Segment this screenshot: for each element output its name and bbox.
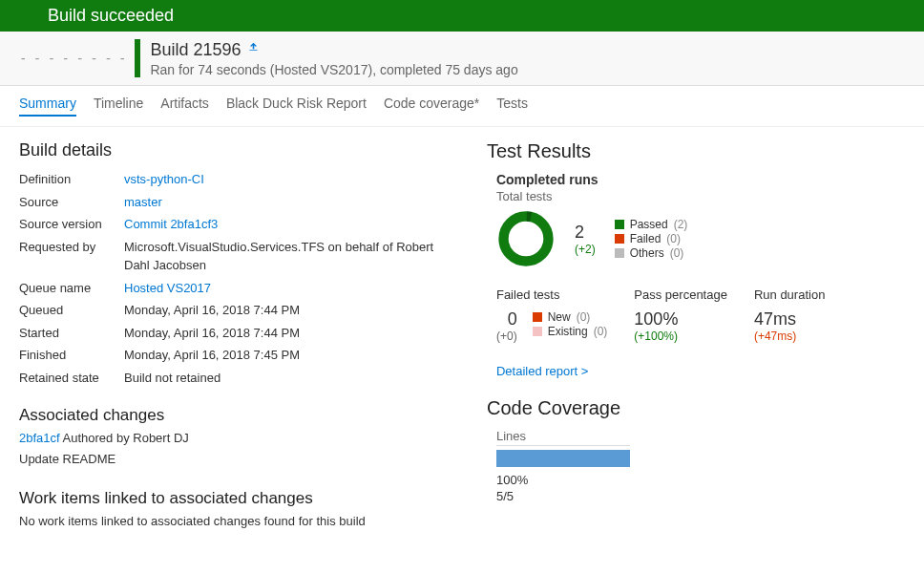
failed-tests-block: Failed tests 0 (+0) New (0) Existing (0) <box>496 287 607 343</box>
commit-link[interactable]: Commit 2bfa1cf3 <box>124 215 458 234</box>
coverage-bar <box>496 450 630 467</box>
total-tests-label: Total tests <box>496 189 905 203</box>
coverage-lines-label: Lines <box>496 429 630 446</box>
status-banner: Build succeeded <box>0 0 924 32</box>
square-icon <box>615 248 624 258</box>
build-title-row: Build 21596 <box>150 40 517 60</box>
failed-tests-value: 0 <box>496 309 517 330</box>
duration-delta: (+47ms) <box>754 330 825 343</box>
coverage-ratio: 5/5 <box>496 489 905 503</box>
legend-others: Others (0) <box>615 246 688 260</box>
metrics-row: Failed tests 0 (+0) New (0) Existing (0)… <box>496 287 905 343</box>
progress-marker <box>135 39 140 77</box>
content: Build details Definitionvsts-python-CI S… <box>0 127 924 544</box>
right-column: Test Results Completed runs Total tests … <box>487 140 905 531</box>
legend-passed: Passed (2) <box>615 218 688 231</box>
detailed-report-link[interactable]: Detailed report > <box>496 364 905 378</box>
legend-new: New (0) <box>533 310 608 324</box>
definition-link[interactable]: vsts-python-CI <box>124 170 458 189</box>
row-definition: Definitionvsts-python-CI <box>19 168 458 191</box>
code-coverage-heading: Code Coverage <box>487 397 905 419</box>
workitems-heading: Work items linked to associated changes <box>19 489 458 508</box>
legend-failed: Failed (0) <box>615 232 688 245</box>
progress-track: - - - - - - - - <box>19 51 125 66</box>
total-tests-value: 2 <box>575 223 596 243</box>
tests-summary: 2 (+2) Passed (2) Failed (0) Others (0) <box>496 209 905 268</box>
pass-pct-delta: (+100%) <box>634 330 727 343</box>
left-column: Build details Definitionvsts-python-CI S… <box>19 140 458 531</box>
legend-existing: Existing (0) <box>533 325 608 338</box>
workitems-empty: No work items linked to associated chang… <box>19 512 458 531</box>
row-queue-name: Queue nameHosted VS2017 <box>19 277 458 300</box>
duration-block: Run duration 47ms (+47ms) <box>754 287 825 343</box>
row-requested-by: Requested byMicrosoft.VisualStudio.Servi… <box>19 236 458 277</box>
row-finished: FinishedMonday, April 16, 2018 7:45 PM <box>19 344 458 367</box>
associated-change-row: 2bfa1cf Authored by Robert DJ <box>19 429 458 448</box>
coverage-pct: 100% <box>496 473 905 487</box>
square-icon <box>533 327 542 336</box>
row-source-version: Source versionCommit 2bfa1cf3 <box>19 213 458 236</box>
tab-summary[interactable]: Summary <box>19 96 76 117</box>
failed-legend: New (0) Existing (0) <box>533 309 608 339</box>
status-text: Build succeeded <box>48 6 174 25</box>
total-tests-delta: (+2) <box>575 243 596 256</box>
row-source: Sourcemaster <box>19 191 458 214</box>
tab-artifacts[interactable]: Artifacts <box>160 96 209 117</box>
completed-runs-label: Completed runs <box>496 172 905 187</box>
tests-donut-chart <box>496 209 556 268</box>
failed-tests-delta: (+0) <box>496 330 517 343</box>
pass-pct-value: 100% <box>634 309 727 330</box>
square-icon <box>533 312 542 322</box>
test-results-heading: Test Results <box>487 140 905 162</box>
tab-tests[interactable]: Tests <box>496 96 528 117</box>
row-queued: QueuedMonday, April 16, 2018 7:44 PM <box>19 299 458 322</box>
tests-legend: Passed (2) Failed (0) Others (0) <box>615 217 688 261</box>
square-icon <box>615 234 624 244</box>
pass-pct-block: Pass percentage 100% (+100%) <box>634 287 727 343</box>
total-tests-value-block: 2 (+2) <box>575 223 596 256</box>
tab-coverage[interactable]: Code coverage* <box>384 96 479 117</box>
tab-bar: Summary Timeline Artifacts Black Duck Ri… <box>0 86 924 127</box>
tab-blackduck[interactable]: Black Duck Risk Report <box>226 96 367 117</box>
row-started: StartedMonday, April 16, 2018 7:44 PM <box>19 322 458 345</box>
commit-message: Update README <box>19 450 458 469</box>
build-subtitle: Ran for 74 seconds (Hosted VS2017), comp… <box>150 62 517 77</box>
build-details-heading: Build details <box>19 140 458 160</box>
queue-link[interactable]: Hosted VS2017 <box>124 279 458 298</box>
source-link[interactable]: master <box>124 193 458 212</box>
retain-icon[interactable] <box>247 42 260 57</box>
square-icon <box>615 220 624 229</box>
commit-short-link[interactable]: 2bfa1cf <box>19 431 60 445</box>
row-retained: Retained stateBuild not retained <box>19 367 458 390</box>
associated-heading: Associated changes <box>19 406 458 425</box>
svg-point-0 <box>503 217 548 262</box>
build-header: - - - - - - - - Build 21596 Ran for 74 s… <box>0 32 924 86</box>
tab-timeline[interactable]: Timeline <box>94 96 143 117</box>
duration-value: 47ms <box>754 309 825 330</box>
build-title: Build 21596 <box>150 40 241 60</box>
